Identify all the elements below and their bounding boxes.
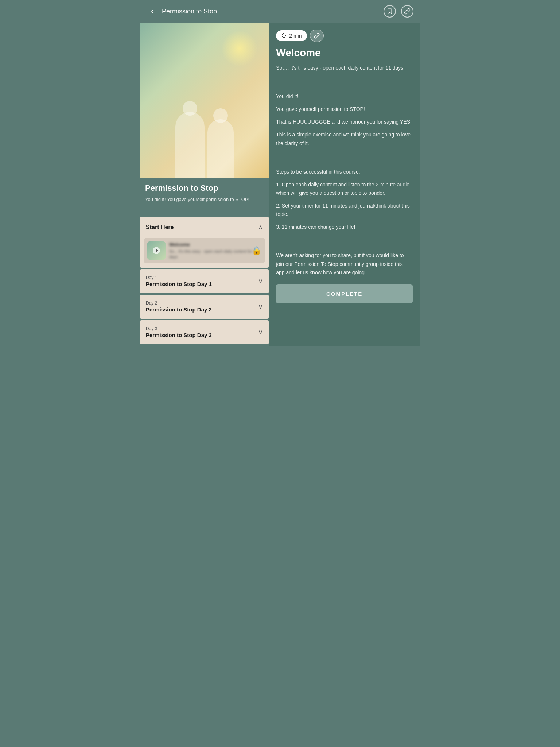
- content-p7: 1. Open each daily content and listen to…: [276, 181, 413, 197]
- content-p4: That is HUUUUUGGGE and we honour you for…: [276, 118, 413, 126]
- left-panel: Permission to Stop You did it! You gave …: [140, 23, 269, 346]
- day-2-section: Day 2 Permission to Stop Day 2 ∨: [140, 295, 269, 319]
- day-1-section: Day 1 Permission to Stop Day 1 ∨: [140, 269, 269, 293]
- back-button[interactable]: ‹: [147, 5, 158, 17]
- header-title: Permission to Stop: [162, 8, 217, 15]
- day-3-chevron-icon: ∨: [258, 328, 263, 336]
- day-2-header[interactable]: Day 2 Permission to Stop Day 2 ∨: [140, 295, 269, 319]
- start-here-label: Start Here: [146, 224, 174, 231]
- content-spacer1: [276, 77, 413, 85]
- day-1-label: Day 1 Permission to Stop Day 1: [146, 275, 212, 287]
- play-icon: [153, 247, 160, 254]
- course-subtitle: You did it! You gave yourself permission…: [145, 196, 264, 203]
- clock-icon: ⏱: [281, 32, 287, 39]
- day-3-label: Day 3 Permission to Stop Day 3: [146, 326, 212, 338]
- content-share-icon: [314, 33, 320, 39]
- welcome-card[interactable]: Welcome So... It's this easy - open each…: [144, 238, 265, 263]
- content-p5: This is a simple exercise and we think y…: [276, 131, 413, 147]
- right-panel: ⏱ 2 min Welcome So…. It's this easy - op…: [269, 23, 420, 346]
- day-3-title: Permission to Stop Day 3: [146, 332, 212, 338]
- content-p10: We aren't asking for you to share, but i…: [276, 251, 413, 276]
- time-badge: ⏱ 2 min: [276, 30, 307, 41]
- day-1-sublabel: Day 1: [146, 275, 212, 280]
- day-1-header[interactable]: Day 1 Permission to Stop Day 1 ∨: [140, 269, 269, 293]
- content-share-button[interactable]: [310, 30, 324, 42]
- content-spacer3: [276, 236, 413, 244]
- bookmark-button[interactable]: [384, 5, 396, 18]
- share-icon: [404, 8, 411, 15]
- hero-image: [140, 23, 269, 178]
- content-p2: You did it!: [276, 92, 413, 101]
- hero-figures: [175, 112, 234, 178]
- content-title: Welcome: [276, 47, 413, 59]
- content-p9: 3. 11 minutes can change your life!: [276, 223, 413, 231]
- welcome-card-title: Welcome: [169, 242, 261, 247]
- start-here-section: Start Here ∧ Welcome So... It's this eas…: [140, 217, 269, 268]
- day-3-section: Day 3 Permission to Stop Day 3 ∨: [140, 320, 269, 344]
- bookmark-icon: [386, 8, 393, 15]
- figure-right: [207, 119, 234, 178]
- share-button[interactable]: [401, 5, 413, 18]
- content-spacer2: [276, 152, 413, 160]
- start-here-chevron-icon: ∧: [258, 223, 263, 231]
- day-2-sublabel: Day 2: [146, 301, 212, 306]
- complete-button[interactable]: COMPLETE: [276, 284, 413, 303]
- content-p6: Steps to be successful in this course.: [276, 168, 413, 176]
- content-body: So…. It's this easy - open each daily co…: [276, 64, 413, 277]
- content-p3: You gave yourself permission to STOP!: [276, 105, 413, 113]
- time-value: 2 min: [289, 33, 302, 39]
- content-p8: 2. Set your timer for 11 minutes and jou…: [276, 202, 413, 218]
- play-triangle-icon: [156, 249, 158, 252]
- welcome-card-desc: So... It's this easy - open each daily c…: [169, 249, 261, 260]
- welcome-thumbnail: [147, 241, 166, 260]
- accordion-section: Start Here ∧ Welcome So... It's this eas…: [140, 217, 269, 344]
- day-2-chevron-icon: ∨: [258, 303, 263, 311]
- start-here-header[interactable]: Start Here ∧: [140, 217, 269, 238]
- meta-row: ⏱ 2 min: [276, 30, 413, 42]
- main-layout: Permission to Stop You did it! You gave …: [140, 23, 420, 346]
- back-chevron-icon: ‹: [151, 7, 153, 15]
- header-actions: [384, 5, 413, 18]
- left-info: Permission to Stop You did it! You gave …: [140, 178, 269, 210]
- day-2-title: Permission to Stop Day 2: [146, 306, 212, 313]
- day-3-header[interactable]: Day 3 Permission to Stop Day 3 ∨: [140, 320, 269, 344]
- welcome-card-text: Welcome So... It's this easy - open each…: [169, 242, 261, 260]
- day-1-title: Permission to Stop Day 1: [146, 281, 212, 287]
- content-p1: So…. It's this easy - open each daily co…: [276, 64, 413, 72]
- day-2-label: Day 2 Permission to Stop Day 2: [146, 301, 212, 313]
- day-1-chevron-icon: ∨: [258, 277, 263, 285]
- lock-icon: 🔒: [252, 246, 261, 255]
- course-title: Permission to Stop: [145, 183, 264, 193]
- figure-left: [175, 112, 205, 178]
- hero-glow: [221, 30, 258, 67]
- day-3-sublabel: Day 3: [146, 326, 212, 331]
- app-header: ‹ Permission to Stop: [140, 0, 420, 23]
- header-left: ‹ Permission to Stop: [147, 5, 217, 17]
